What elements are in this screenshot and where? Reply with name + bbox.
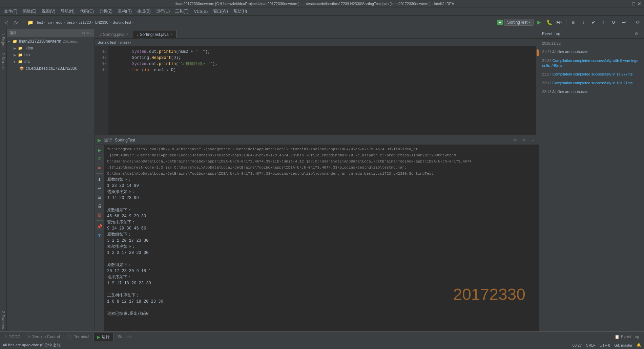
- run-layout-icon[interactable]: ≡: [520, 136, 527, 144]
- menu-item-navigate[interactable]: 导航(N): [58, 7, 77, 15]
- bottom-tab-todo[interactable]: 6: TODO: [1, 333, 24, 341]
- menu-item-build[interactable]: 生成(B): [134, 7, 153, 15]
- status-left: All files are up-to-date (6 分钟 之前): [3, 343, 570, 348]
- event-log-settings-icon[interactable]: ⚙: [635, 31, 638, 36]
- vtab-favorites[interactable]: 2: Favorites: [1, 308, 6, 331]
- breadcrumb-sortingtest[interactable]: SortingTest ›: [112, 18, 134, 27]
- tree-item-bin[interactable]: ▶ 📁 bin: [7, 51, 95, 58]
- menu-item-file[interactable]: 文件(F): [1, 7, 20, 15]
- run-btn-scroll-end[interactable]: ⬇: [96, 176, 103, 183]
- breadcrumb-cn[interactable]: cn ›: [47, 18, 55, 27]
- bottom-tab-terminal[interactable]: ⬛ Terminal: [64, 333, 92, 341]
- status-vcs[interactable]: Git: master: [614, 343, 632, 347]
- menu-item-help[interactable]: 帮助(H): [231, 7, 250, 15]
- scroll-thumb: [537, 49, 539, 56]
- run-btn-wrap[interactable]: ↩: [96, 184, 103, 192]
- window-controls: ─ □ ✕: [627, 1, 641, 6]
- run-minimize-icon[interactable]: −: [529, 136, 536, 144]
- run-output-cmd3: C:\Users\del\AppData\Local\JetBrains\Too…: [107, 158, 536, 165]
- bottom-tab-run[interactable]: ▶ 运行: [94, 333, 113, 341]
- toolbar-debug-button[interactable]: 🐛: [544, 18, 554, 27]
- tab-close-sorting[interactable]: ✕: [126, 32, 128, 36]
- breadcrumb-project[interactable]: test ›: [36, 18, 46, 27]
- event-date-2018: 2018/11/22: [542, 41, 641, 45]
- toolbar-undo[interactable]: ↩: [619, 18, 629, 27]
- tree-item-idea[interactable]: ▶ 📁 .idea: [7, 45, 95, 51]
- tree-label-src: src: [24, 59, 30, 64]
- menu-item-code[interactable]: 代码(C): [77, 7, 97, 15]
- menu-item-vcs[interactable]: VCS(S): [191, 7, 211, 15]
- run-output-line4: 1 14 20 23 99: [107, 195, 536, 201]
- breadcrumb-besti[interactable]: besti ›: [66, 18, 78, 27]
- run-config-selector[interactable]: SortingTest ▾: [504, 19, 534, 26]
- menu-item-window[interactable]: 窗口(W): [210, 7, 230, 15]
- run-btn-play[interactable]: ▶: [96, 146, 103, 154]
- menu-item-run[interactable]: 运行(U): [153, 7, 173, 15]
- tab-label-statistic: Statistic: [118, 334, 132, 339]
- vtab-structure[interactable]: 2: Structure: [1, 50, 6, 73]
- event-entry-2: 21:24 Compilation completed successfully…: [542, 58, 641, 68]
- maximize-button[interactable]: □: [632, 1, 635, 6]
- toolbar-settings[interactable]: ⚙: [633, 18, 643, 27]
- code-editor: 46 47 48 49 System.out.println(num2 + " …: [95, 46, 539, 135]
- toolbar-nav-forward[interactable]: ▷: [12, 18, 21, 27]
- run-settings-icon[interactable]: ⚙: [511, 136, 519, 144]
- event-time-4: 22:12: [542, 81, 553, 85]
- event-link-2[interactable]: Compilation completed successfully with …: [542, 59, 638, 67]
- notifications-icon[interactable]: 🔔: [637, 343, 641, 347]
- toolbar-run-coverage[interactable]: ▶▷: [555, 18, 564, 27]
- toolbar-stop-button[interactable]: ■: [568, 18, 578, 27]
- event-log-icon: 📋: [615, 334, 620, 339]
- tab-sortingtest-java[interactable]: J SortingTest.java ✕: [133, 30, 176, 38]
- event-link-3[interactable]: Compilation completed successfully in 1s…: [553, 72, 633, 76]
- tree-item-package[interactable]: 📦 cn.edu.besti.cs1723.LN2330: [7, 65, 95, 72]
- bottom-tab-statistic[interactable]: Statistic: [114, 333, 135, 341]
- run-btn-help[interactable]: ?: [96, 232, 103, 239]
- run-content-area: ▶ ↺ ■ ⬇ ↩ ⊟ 🖨 🗑 📌 ? "C:\Progr: [95, 145, 539, 331]
- breadcrumb-edu[interactable]: edu ›: [56, 18, 65, 27]
- bottom-tab-vcs[interactable]: 9: Version Control: [25, 333, 63, 341]
- event-entry-3: 21:27 Compilation completed successfully…: [542, 72, 641, 77]
- project-close-icon[interactable]: −: [89, 31, 92, 36]
- minimize-button[interactable]: ─: [627, 1, 630, 6]
- run-btn-filter[interactable]: ⊟: [96, 193, 103, 201]
- menu-item-refactor[interactable]: 重构(R): [115, 7, 134, 15]
- menu-item-tools[interactable]: 工具(T): [172, 7, 191, 15]
- menu-item-analyze[interactable]: 分析(Z): [97, 7, 115, 15]
- close-button[interactable]: ✕: [637, 1, 641, 6]
- event-log-minimize-icon[interactable]: −: [639, 31, 641, 36]
- run-btn-trash[interactable]: 🗑: [96, 211, 103, 218]
- event-link-4[interactable]: Compilation completed successfully in 10…: [553, 81, 633, 85]
- run-btn-print[interactable]: 🖨: [96, 202, 103, 210]
- breadcrumb-item-main[interactable]: main(): [120, 40, 131, 44]
- project-settings-icon[interactable]: ⚙: [82, 31, 86, 36]
- run-config-area: ▶ SortingTest ▾: [497, 19, 534, 26]
- run-btn-rerun[interactable]: ↺: [96, 155, 103, 162]
- status-position[interactable]: 60:27: [573, 343, 582, 347]
- run-output[interactable]: "C:\Program Files\Java\jdk-9.0.4\bin\jav…: [104, 145, 539, 331]
- run-btn-stop[interactable]: ■: [96, 164, 103, 171]
- toolbar-history[interactable]: ⟳: [609, 18, 619, 27]
- toolbar-vcs-push[interactable]: ↑: [599, 18, 608, 27]
- breadcrumb-cs1723[interactable]: cs1723 ›: [78, 18, 94, 27]
- status-encoding[interactable]: UTF-8: [600, 343, 610, 347]
- toolbar-run-button[interactable]: ▶: [534, 18, 544, 27]
- event-log-tab[interactable]: 📋 Event Log: [611, 333, 643, 341]
- code-content[interactable]: System.out.println(num2 + " "); Sorting.…: [108, 46, 536, 135]
- tab-close-sortingtest[interactable]: ✕: [170, 32, 173, 36]
- breadcrumb-ln2330[interactable]: LN2330 ›: [95, 18, 111, 27]
- tree-item-src[interactable]: ▾ 📁 src: [7, 58, 95, 65]
- project-layout-icon[interactable]: ≡: [86, 31, 89, 36]
- vtab-project[interactable]: 1: Project: [1, 30, 6, 50]
- status-line-sep[interactable]: CRLF: [586, 343, 596, 347]
- tree-item-root[interactable]: ▾ 📁 linan20172330newterm C:\Users\...: [7, 38, 95, 45]
- tree-arrow-bin: ▶: [14, 53, 18, 57]
- tab-sorting-java[interactable]: J Sorting.java ✕: [96, 30, 132, 38]
- breadcrumb-item-sortingtest[interactable]: SortingTest: [98, 40, 116, 44]
- toolbar-nav-back[interactable]: ◁: [1, 18, 11, 27]
- run-btn-vcs[interactable]: 📌: [96, 223, 103, 230]
- toolbar-vcs-update[interactable]: ↓: [579, 18, 588, 27]
- toolbar-vcs-commit[interactable]: ✔: [589, 18, 598, 27]
- menu-item-edit[interactable]: 编辑(E): [20, 7, 39, 15]
- menu-item-view[interactable]: 视图(V): [39, 7, 58, 15]
